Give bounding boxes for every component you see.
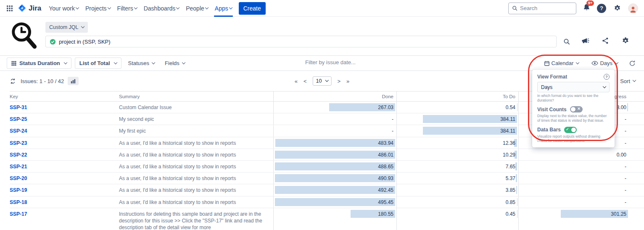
page-size-select[interactable]: 10 (313, 76, 332, 86)
duration-value: 488.65 (378, 164, 393, 170)
data-bars-toggle[interactable]: ✓ (564, 127, 577, 133)
issue-key-link[interactable]: SSP-23 (10, 140, 27, 146)
first-page-button[interactable]: « (295, 78, 298, 84)
duration-cell-todo: 5.37 (396, 172, 518, 184)
chevron-down-icon (134, 5, 137, 9)
duration-value: 267.03 (378, 105, 393, 110)
avatar[interactable] (628, 3, 638, 13)
duration-value: 490.93 (378, 175, 393, 181)
table-row: SSP-19As a user, I'd like a historical s… (10, 184, 644, 196)
column-header-key[interactable]: Key (10, 91, 119, 101)
jira-logo[interactable]: Jira (16, 4, 45, 13)
duration-cell-todo: 384.11 (396, 125, 518, 136)
visit-counts-help-text: Display next to the status value, the nu… (537, 114, 610, 123)
duration-cell-done: 492.45 (273, 184, 396, 196)
duration-cell-done: 483.94 (273, 137, 396, 149)
toggle-knob (571, 128, 576, 132)
duration-cell-in-progress: - (518, 161, 629, 172)
duration-value: 495.45 (378, 199, 393, 205)
jql-input[interactable] (59, 39, 552, 45)
jira-mark-icon (18, 4, 26, 13)
share-icon[interactable] (600, 36, 610, 46)
issue-summary-cell: As a user, I'd like a historical story t… (119, 161, 273, 172)
view-format-days-button[interactable]: Days (588, 58, 621, 68)
column-header-done[interactable]: Done (273, 91, 396, 101)
report-settings-gear-icon[interactable] (620, 36, 631, 46)
jql-mode-button[interactable]: Custom JQL (45, 22, 88, 33)
issue-key-link[interactable]: SSP-22 (10, 152, 27, 158)
notifications-button[interactable]: 9+ (583, 3, 591, 13)
duration-value: 486.01 (378, 152, 393, 158)
nav-dashboards[interactable]: Dashboards (140, 0, 183, 17)
issue-key-link[interactable]: SSP-21 (10, 164, 27, 170)
statuses-filter-button[interactable]: Statuses (125, 58, 158, 68)
announcement-icon[interactable] (580, 36, 590, 46)
issue-key-link[interactable]: SSP-17 (10, 211, 27, 217)
issue-key-link[interactable]: SSP-31 (10, 105, 27, 110)
run-search-icon[interactable] (562, 37, 572, 47)
create-button[interactable]: Create (239, 2, 266, 15)
issue-summary-cell: My second epic (119, 113, 273, 125)
fields-filter-button[interactable]: Fields (161, 58, 188, 68)
duration-cell-in-progress: - (518, 172, 629, 184)
refresh-icon[interactable] (8, 77, 17, 85)
issue-key-link[interactable]: SSP-18 (10, 199, 27, 205)
chevron-down-icon (205, 5, 209, 9)
column-header-todo[interactable]: To Do (396, 91, 518, 101)
table-row: SSP-17Instructions for deleting this sam… (10, 208, 644, 230)
duration-value: 0.45 (506, 211, 515, 217)
chevron-down-icon (152, 60, 155, 64)
search-input[interactable] (520, 5, 573, 11)
nav-apps[interactable]: Apps (211, 0, 235, 17)
issue-key-link[interactable]: SSP-20 (10, 175, 27, 181)
duration-value: - (625, 175, 626, 181)
data-bars-help-text: Visualize report outputs without drawing… (537, 134, 610, 143)
nav-people[interactable]: People (182, 0, 211, 17)
duration-value: 7.65 (506, 164, 515, 170)
app-switcher-icon[interactable] (3, 2, 16, 15)
report-type-button[interactable]: Status Duration (7, 58, 71, 69)
duration-value: 384.11 (500, 128, 515, 134)
data-bars-label: Data Bars (537, 127, 561, 133)
nav-your-work[interactable]: Your work (45, 0, 82, 17)
calendar-button[interactable]: Calendar (541, 58, 583, 68)
visit-counts-toggle[interactable]: ✕ (570, 106, 583, 112)
duration-value: 492.45 (378, 187, 393, 193)
valid-check-icon (50, 39, 56, 45)
chevron-down-icon (176, 5, 179, 9)
duration-cell-in-progress: 0.00 (518, 149, 629, 160)
chart-view-button[interactable] (68, 77, 79, 85)
issues-count: Issues: 1 - 10 / 42 (21, 78, 64, 84)
duration-cell-done: 490.93 (273, 172, 396, 184)
chevron-down-icon (325, 78, 328, 82)
view-format-select[interactable]: Days (537, 82, 610, 92)
duration-cell-done: 486.01 (273, 149, 396, 160)
nav-filters[interactable]: Filters (114, 0, 140, 17)
next-page-button[interactable]: > (337, 78, 340, 84)
help-button[interactable]: ? (597, 4, 606, 13)
settings-gear-icon[interactable] (612, 4, 622, 13)
chevron-down-icon (182, 60, 185, 64)
issue-key-link[interactable]: SSP-24 (10, 128, 27, 134)
issue-key-link[interactable]: SSP-25 (10, 116, 27, 122)
search-icon (512, 5, 517, 11)
last-page-button[interactable]: » (346, 78, 349, 84)
chevron-down-icon (64, 60, 67, 64)
cross-icon: ✕ (577, 107, 581, 111)
sync-icon[interactable] (627, 58, 637, 68)
issue-summary-cell: As a user, I'd like a historical story t… (119, 172, 273, 184)
duration-value: 483.94 (378, 140, 393, 146)
sort-button[interactable]: Sort (620, 78, 636, 84)
column-header-summary[interactable]: Summary (119, 91, 273, 101)
global-search[interactable] (508, 3, 576, 14)
duration-value: 3.85 (506, 187, 515, 193)
chevron-down-icon (81, 25, 84, 28)
nav-projects[interactable]: Projects (82, 0, 114, 17)
view-mode-button[interactable]: List of Total (75, 58, 121, 69)
issue-key-link[interactable]: SSP-19 (10, 187, 27, 193)
duration-value: 180.55 (378, 211, 393, 217)
issue-date-filter-input[interactable] (305, 59, 377, 65)
issue-key-cell: SSP-23 (10, 137, 119, 149)
prev-page-button[interactable]: < (304, 78, 307, 84)
help-question-icon[interactable]: ? (604, 74, 610, 80)
